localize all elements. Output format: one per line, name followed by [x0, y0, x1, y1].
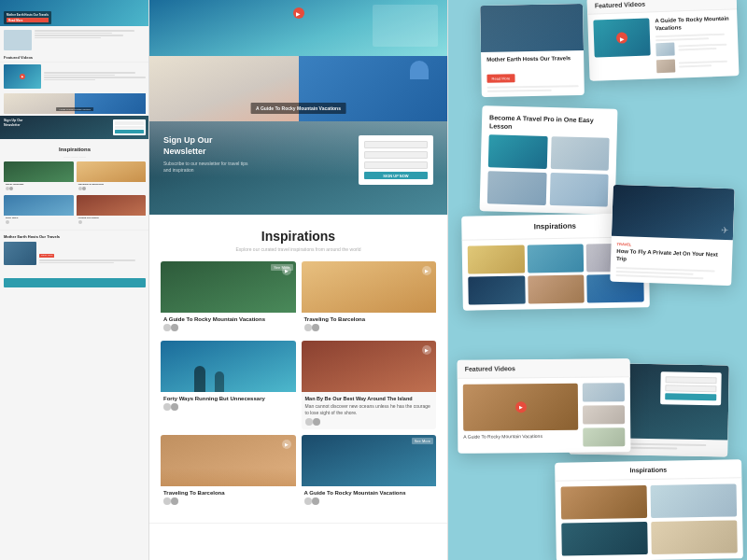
boat-play-btn[interactable]: ▶: [293, 7, 304, 19]
insp-label-1: A Guide To Rocky Mountain Vacations: [161, 313, 296, 324]
insp-grid-4: [468, 276, 525, 305]
newsletter-email-input[interactable]: [364, 151, 428, 159]
santorini-section: A Guide To Rocky Mountain Vacations: [149, 56, 447, 121]
inspirations-heading: Inspirations: [161, 229, 436, 244]
avatar-1: [163, 324, 171, 331]
mini-insp-card-1: Rocky Mountain: [4, 161, 74, 192]
insp-img-2: ▶: [302, 261, 437, 313]
insp-b-2: [651, 483, 738, 518]
side-thumb-1: [583, 383, 625, 401]
insp-img-3: [161, 341, 296, 392]
bottom-spacer: [149, 524, 447, 542]
featured-side-1: [655, 40, 732, 56]
mini-hero-cta: Read More: [7, 18, 49, 22]
center-panel[interactable]: ▶ A Guide To Rocky Mountain Vacations Si…: [149, 0, 448, 560]
mini-insp-card-3: Forty Ways: [4, 195, 74, 226]
avatar-3: [304, 324, 312, 331]
avatar-11: [304, 497, 312, 505]
insp-grid-5: [528, 274, 585, 303]
mini-insp-heading: Inspirations: [0, 143, 149, 156]
newsletter-card-input-1[interactable]: [666, 376, 717, 384]
newsletter-section: Sign Up Our Newsletter Subscribe to our …: [149, 121, 447, 215]
card-mother-earth: Mother Earth Hosts Our Travels Read More: [480, 4, 585, 97]
insp-meta-4: [305, 416, 433, 426]
mother-earth-cta[interactable]: Read More: [486, 74, 514, 83]
insp-card-5: ▶ Traveling To Barcelona: [161, 435, 296, 509]
insp-play-2[interactable]: ▶: [422, 266, 431, 275]
newsletter-description: Subscribe to our newsletter for travel t…: [163, 161, 257, 174]
mini-santorini: A Guide To Rocky Mountain Vacations: [4, 93, 146, 114]
newsletter-heading: Sign Up Our Newsletter: [163, 135, 238, 157]
mini-become-lines: [35, 30, 146, 50]
insp-meta-2: [302, 324, 437, 335]
featured-sidebar: [655, 40, 733, 73]
avatar-10: [171, 497, 178, 505]
insp-img-5: ▶: [161, 435, 296, 486]
insp-label-3: Forty Ways Running But Unnecessary: [161, 392, 296, 403]
newsletter-card-input-2[interactable]: [665, 385, 716, 392]
avatar-4: [312, 324, 319, 331]
mini-hero: Mother Earth Hosts Our Travels Read More: [0, 0, 149, 26]
mini-feat-img-1: ▶: [4, 64, 41, 89]
insp-label-6: A Guide To Rocky Mountain Vacations: [302, 486, 437, 497]
insp-card-6: See More A Guide To Rocky Mountain Vacat…: [302, 435, 437, 509]
newsletter-submit[interactable]: SIGN UP NOW: [364, 172, 428, 179]
featured-bottom-side: [583, 383, 626, 446]
featured-play-btn[interactable]: ▶: [616, 32, 627, 43]
become-img-3: [487, 171, 546, 205]
insp-card-4: ▶ Man By Be Our Best Way Around The Isla…: [302, 341, 437, 429]
insp-play-4[interactable]: ▶: [422, 345, 431, 355]
card-become-travel: Become A Travel Pro in One Easy Lesson: [480, 105, 618, 215]
featured-main-title: A Guide To Rocky Mountain Vacations: [655, 15, 731, 32]
card-how-to-fly: ✈ TRAVEL How To Fly A Private Jet On You…: [610, 185, 735, 286]
newsletter-card-submit[interactable]: [665, 393, 716, 400]
insp-grid-1: [468, 245, 525, 274]
mini-become-section: [0, 30, 149, 53]
newsletter-name-input[interactable]: [364, 141, 428, 148]
how-to-fly-img: ✈: [612, 185, 735, 241]
mini-feat-item-1: ▶: [0, 63, 149, 91]
insp-b-4: [651, 520, 738, 554]
mini-newsletter: Sign Up OurNewsletter: [0, 116, 149, 139]
insp-label-2: Traveling To Barcelona: [302, 313, 437, 324]
insp-card-2: ▶ Traveling To Barcelona: [302, 261, 437, 335]
side-thumb-3: [583, 427, 625, 446]
card-featured-videos: Featured Videos ▶ A Guide To Rocky Mount…: [587, 0, 740, 80]
right-panel: Featured Videos ▶ A Guide To Rocky Mount…: [448, 0, 747, 560]
boat-section: ▶: [149, 0, 447, 56]
mother-earth-title: Mother Earth Hosts Our Travels: [486, 55, 578, 64]
insp-meta-1: [161, 324, 296, 335]
avatar-8: [313, 418, 320, 426]
mother-earth-img: [480, 4, 584, 52]
cards-container: Featured Videos ▶ A Guide To Rocky Mount…: [448, 0, 747, 560]
become-travel-title: Become A Travel Pro in One Easy Lesson: [489, 113, 610, 133]
newsletter-content: Sign Up Our Newsletter Subscribe to our …: [163, 135, 257, 174]
avatar-2: [171, 324, 178, 331]
featured-bottom-main: ▶: [463, 384, 578, 431]
insp-img-4: ▶: [302, 341, 437, 392]
become-travel-grid: [487, 135, 610, 207]
avatar-9: [163, 497, 171, 505]
mini-page: Mother Earth Hosts Our Travels Read More…: [0, 0, 149, 287]
newsletter-extra-input[interactable]: [364, 161, 428, 169]
insp-img-6: See More: [302, 435, 437, 486]
insp-b-1: [561, 485, 648, 520]
insp-play-5[interactable]: ▶: [282, 440, 291, 449]
insp-img-1: ▶ See More: [161, 261, 296, 313]
insp-card-1: ▶ See More A Guide To Rocky Mountain Vac…: [161, 261, 296, 335]
mini-featured-heading: Featured Videos: [0, 53, 149, 63]
mini-become-img: [4, 30, 32, 50]
insp-meta-5: [161, 497, 296, 509]
card-featured-bottom: Featured Videos ▶ A Guide To Rocky Mount…: [458, 358, 631, 454]
become-img-4: [549, 173, 608, 207]
become-img-1: [488, 135, 547, 170]
mini-feat-lines-1: [44, 72, 146, 81]
inspirations-bottom-grid: [555, 478, 742, 560]
mini-hero-title: Mother Earth Hosts Our Travels: [7, 13, 49, 17]
newsletter-card-form: [660, 371, 722, 405]
insp-card-3: Forty Ways Running But Unnecessary: [161, 341, 296, 429]
inspirations-subtitle: Explore our curated travel inspirations …: [161, 246, 436, 252]
featured-bottom-header: Featured Videos: [458, 358, 630, 379]
how-to-fly-title: How To Fly A Private Jet On Your Next Tr…: [616, 248, 726, 267]
insp-b-3: [561, 522, 648, 556]
